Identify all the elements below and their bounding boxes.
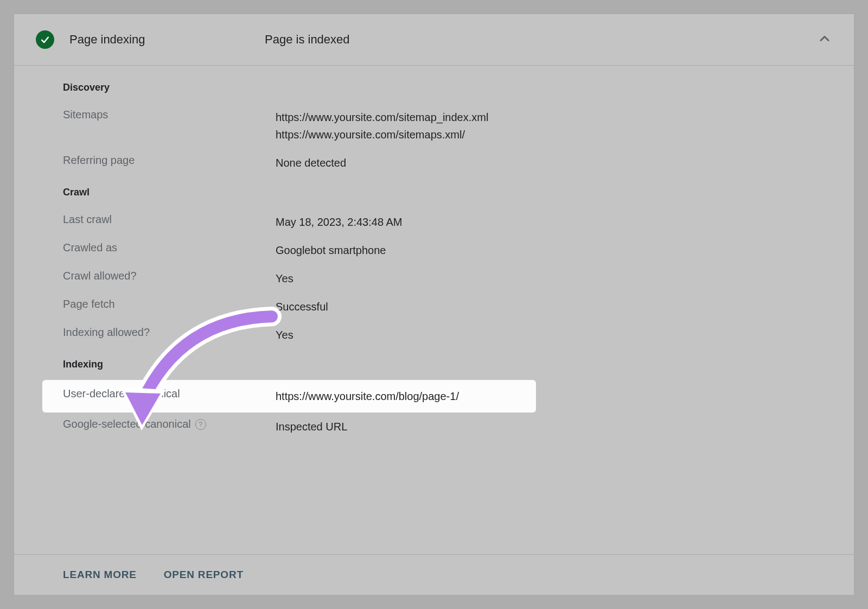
crawled-as-label: Crawled as: [63, 242, 276, 254]
crawl-allowed-value: Yes: [276, 270, 293, 287]
referring-page-value: None detected: [276, 154, 346, 172]
page-fetch-label: Page fetch: [63, 298, 276, 310]
sitemaps-value: https://www.yoursite.com/sitemap_index.x…: [276, 109, 488, 143]
panel-footer: LEARN MORE OPEN REPORT: [14, 554, 854, 595]
success-check-icon: [36, 30, 54, 49]
page-fetch-row: Page fetch Successful: [63, 293, 832, 321]
indexing-heading: Indexing: [63, 359, 832, 370]
panel-title: Page indexing: [69, 33, 265, 47]
google-canonical-label-text: Google-selected canonical: [63, 418, 191, 430]
crawled-as-row: Crawled as Googlebot smartphone: [63, 236, 832, 264]
user-canonical-row: User-declared canonical https://www.your…: [42, 380, 536, 413]
discovery-heading: Discovery: [63, 82, 832, 93]
panel-status: Page is indexed: [265, 33, 817, 47]
indexing-allowed-label: Indexing allowed?: [63, 326, 276, 339]
last-crawl-value: May 18, 2023, 2:43:48 AM: [276, 213, 403, 231]
help-icon[interactable]: ?: [195, 419, 206, 430]
chevron-up-icon[interactable]: [817, 31, 832, 48]
last-crawl-label: Last crawl: [63, 213, 276, 226]
user-canonical-value: https://www.yoursite.com/blog/page-1/: [276, 388, 459, 405]
referring-page-row: Referring page None detected: [63, 149, 832, 177]
user-canonical-label: User-declared canonical: [63, 388, 276, 400]
referring-page-label: Referring page: [63, 154, 276, 167]
google-canonical-value: Inspected URL: [276, 418, 347, 435]
panel-header[interactable]: Page indexing Page is indexed: [14, 14, 854, 66]
learn-more-link[interactable]: LEARN MORE: [63, 569, 137, 581]
google-canonical-row: Google-selected canonical ? Inspected UR…: [63, 413, 832, 441]
crawl-allowed-row: Crawl allowed? Yes: [63, 264, 832, 293]
indexing-allowed-row: Indexing allowed? Yes: [63, 321, 832, 349]
sitemaps-label: Sitemaps: [63, 109, 276, 121]
sitemap-url-2: https://www.yoursite.com/sitemaps.xml/: [276, 126, 488, 143]
sitemaps-row: Sitemaps https://www.yoursite.com/sitema…: [63, 103, 832, 149]
page-fetch-value: Successful: [276, 298, 328, 315]
page-indexing-panel: Page indexing Page is indexed Discovery …: [14, 14, 854, 595]
last-crawl-row: Last crawl May 18, 2023, 2:43:48 AM: [63, 208, 832, 236]
indexing-allowed-value: Yes: [276, 326, 293, 344]
crawl-allowed-label: Crawl allowed?: [63, 270, 276, 282]
sitemap-url-1: https://www.yoursite.com/sitemap_index.x…: [276, 109, 488, 126]
crawled-as-value: Googlebot smartphone: [276, 242, 386, 259]
crawl-heading: Crawl: [63, 187, 832, 198]
open-report-link[interactable]: OPEN REPORT: [164, 569, 244, 581]
panel-body: Discovery Sitemaps https://www.yoursite.…: [14, 66, 854, 554]
google-canonical-label: Google-selected canonical ?: [63, 418, 276, 430]
